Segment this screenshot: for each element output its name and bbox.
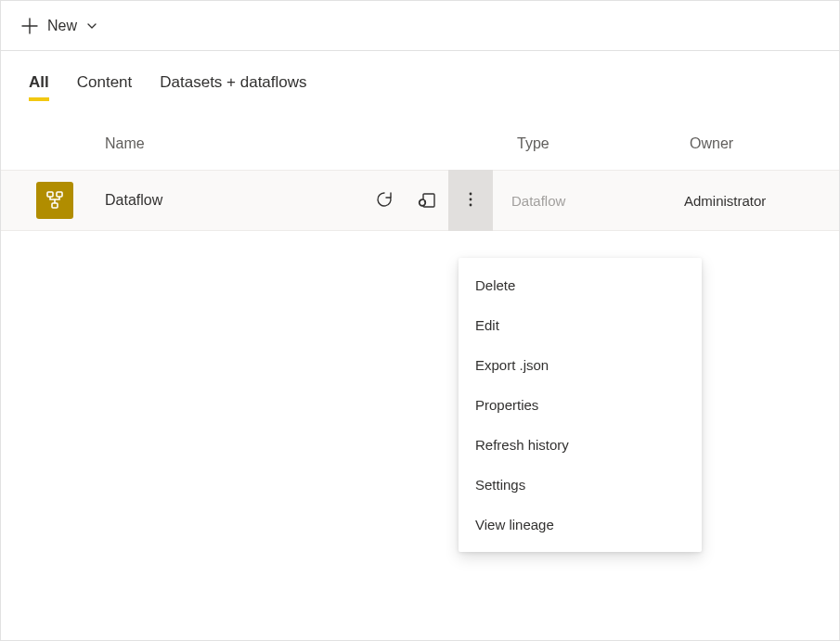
table-row[interactable]: Dataflow Dataflow Administrator <box>1 170 839 231</box>
tab-all[interactable]: All <box>29 73 49 101</box>
row-actions <box>363 170 493 231</box>
svg-rect-2 <box>52 203 58 208</box>
plus-icon <box>21 18 38 34</box>
svg-rect-1 <box>57 192 62 197</box>
menu-item-export-json[interactable]: Export .json <box>459 345 702 385</box>
schedule-refresh-button[interactable] <box>406 170 448 231</box>
menu-item-delete[interactable]: Delete <box>459 265 702 305</box>
refresh-icon <box>375 190 394 212</box>
svg-point-5 <box>470 198 472 200</box>
context-menu: Delete Edit Export .json Properties Refr… <box>459 258 702 552</box>
tab-datasets-dataflows[interactable]: Datasets + dataflows <box>160 73 306 101</box>
row-name[interactable]: Dataflow <box>105 192 363 209</box>
more-vertical-icon <box>463 191 478 211</box>
menu-item-settings[interactable]: Settings <box>459 465 702 505</box>
row-owner[interactable]: Administrator <box>669 193 839 209</box>
tabs: All Content Datasets + dataflows <box>1 51 839 101</box>
menu-item-view-lineage[interactable]: View lineage <box>459 505 702 545</box>
column-header-type[interactable]: Type <box>517 135 690 152</box>
column-header-owner[interactable]: Owner <box>690 135 839 152</box>
more-options-button[interactable] <box>448 170 493 231</box>
refresh-button[interactable] <box>363 170 406 231</box>
menu-item-refresh-history[interactable]: Refresh history <box>459 425 702 465</box>
menu-item-properties[interactable]: Properties <box>459 385 702 425</box>
table-header: Name Type Owner <box>1 118 839 170</box>
svg-rect-0 <box>47 192 53 197</box>
column-header-name[interactable]: Name <box>105 135 517 152</box>
row-icon-wrap <box>36 182 105 219</box>
toolbar: New <box>1 1 839 51</box>
schedule-refresh-icon <box>418 190 436 212</box>
new-button-label: New <box>47 18 77 34</box>
chevron-down-icon <box>86 20 97 32</box>
dataflow-icon <box>36 182 73 219</box>
tab-content[interactable]: Content <box>77 73 133 101</box>
svg-point-6 <box>470 203 472 206</box>
menu-item-edit[interactable]: Edit <box>459 305 702 345</box>
row-type: Dataflow <box>493 193 669 209</box>
svg-point-4 <box>470 192 472 195</box>
new-button[interactable]: New <box>14 12 105 40</box>
